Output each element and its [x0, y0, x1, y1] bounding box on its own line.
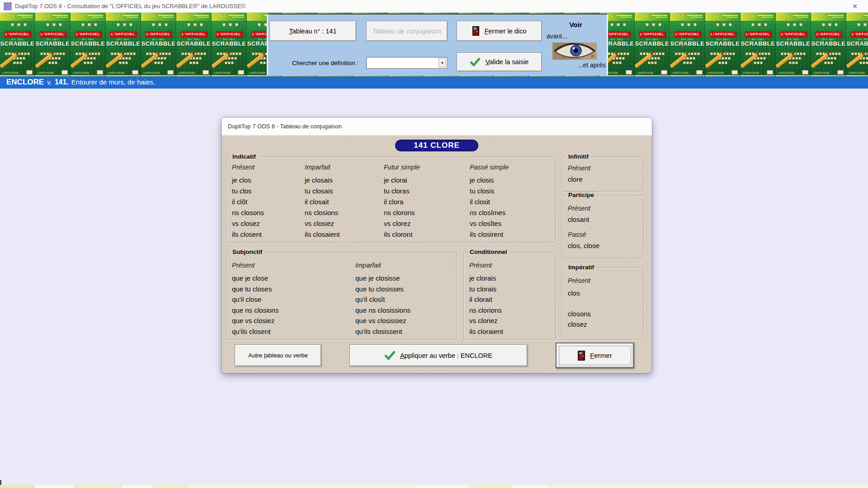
ods-band: ODS 8	[670, 13, 705, 21]
larousse-label: LAROUSSE	[2, 71, 19, 74]
definition-number: 141.	[55, 78, 69, 86]
definition-combo-input[interactable]	[368, 58, 438, 67]
check-icon	[385, 351, 395, 360]
conjugation-line: il clora	[384, 197, 420, 207]
conjugation-line: je clos	[232, 175, 264, 186]
scrabble-label: SCRABBLE	[776, 40, 811, 47]
ods-band: ODS 8	[176, 13, 211, 21]
pencil-graphic	[776, 53, 793, 68]
letter-tiles	[11, 23, 27, 26]
scrabble-label: SCRABBLE	[670, 40, 705, 47]
apply-verb-button[interactable]: Appliquer au verbe : ENCLORE	[349, 344, 528, 366]
app-icon	[4, 3, 11, 10]
conjugation-line: ns closons	[232, 207, 264, 218]
ods-label: ODS 8	[848, 14, 860, 18]
officiel-label: L'OFFICIEL	[110, 31, 137, 37]
officiel-label: L'OFFICIEL	[780, 31, 807, 37]
conjugation-line: clos	[568, 288, 591, 298]
pencil-graphic	[212, 53, 229, 68]
officiel-label: L'OFFICIEL	[745, 31, 771, 37]
conjugation-line: qu'ils closissent	[355, 326, 410, 337]
ods-band: ODS 8	[705, 13, 740, 21]
close-dico-button[interactable]: Fermer le dico	[457, 21, 542, 41]
conjugation-line: ns closions	[305, 207, 340, 218]
officiel-label: L'OFFICIEL	[709, 31, 736, 37]
ods-band: ODS 8	[141, 13, 176, 21]
tense-header: Imparfait	[355, 262, 410, 269]
conjugation-line: ils cloraient	[469, 326, 503, 337]
tile-row	[71, 57, 105, 60]
letter-tiles	[751, 23, 767, 26]
larousse-label: LAROUSSE	[743, 71, 760, 74]
publisher-logo	[626, 70, 632, 75]
letter-tiles	[152, 23, 168, 26]
conjugation-line: ils cloront	[384, 229, 420, 240]
ods-label: ODS 8	[707, 14, 719, 18]
chevron-down-icon: ▼	[441, 61, 444, 65]
scrabble-label: SCRABBLE	[635, 40, 670, 47]
pencil-graphic	[635, 53, 652, 68]
scrabble-label: SCRABBLE	[71, 40, 105, 47]
tile-row	[705, 57, 740, 60]
conjugation-list: clos closonsclosez	[568, 288, 591, 329]
verb-badge: 141 CLORE	[395, 140, 478, 151]
ods-band: ODS 8	[741, 13, 775, 21]
conjugation-line: que vs closissiez	[355, 315, 410, 326]
close-dialog-button[interactable]: Fermer	[556, 343, 634, 368]
pencil-graphic	[741, 53, 758, 68]
ods-label: ODS 8	[637, 14, 649, 18]
ods-label: ODS 8	[249, 14, 261, 18]
conjugation-line: il closit	[470, 197, 509, 207]
conjugation-line: vs closîtes	[470, 218, 509, 229]
conjugation-line: ns closîmes	[470, 207, 509, 218]
officiel-label: L'OFFICIEL	[639, 31, 665, 37]
conjugation-line: vs clorez	[384, 218, 420, 229]
tile-row	[176, 57, 211, 60]
tile-row	[811, 57, 846, 60]
conjugation-line: clore	[568, 175, 583, 183]
larousse-label: LAROUSSE	[179, 71, 195, 74]
conjugation-dialog: DupliTop 7 ODS 8 - Tableau de conjugaiso…	[222, 117, 652, 373]
scrabble-book-cover: ODS 8 L'OFFICIEL DU JEU SCRABBLE LAROUSS…	[811, 13, 846, 76]
ods-label: ODS 8	[143, 14, 155, 18]
officiel-label: L'OFFICIEL	[39, 31, 66, 37]
conjugation-line: que ns closions	[232, 305, 278, 316]
combo-dropdown-button[interactable]: ▼	[439, 58, 446, 67]
ods-label: ODS 8	[742, 14, 755, 18]
publisher-logo	[767, 70, 773, 75]
scrabble-label: SCRABBLE	[846, 40, 868, 47]
conjugation-line: que ns closissions	[355, 305, 410, 316]
definition-combobox[interactable]: ▼	[366, 57, 448, 69]
tableau-number-button[interactable]: Tableau n° : 141	[269, 21, 356, 41]
larousse-label: LAROUSSE	[108, 71, 125, 74]
window-close-button[interactable]: ✕	[848, 0, 862, 13]
scrabble-book-cover: ODS 8 L'OFFICIEL DU JEU SCRABBLE LAROUSS…	[846, 13, 868, 76]
larousse-label: LAROUSSE	[214, 71, 231, 74]
conjugation-line: ns clorions	[469, 305, 503, 316]
officiel-label: L'OFFICIEL	[145, 31, 172, 37]
scrabble-label: SCRABBLE	[741, 40, 775, 47]
pencil-graphic	[811, 53, 829, 68]
scrabble-label: SCRABBLE	[705, 40, 740, 47]
letter-tiles	[646, 23, 661, 26]
groupbox-label: Conditionnel	[468, 249, 509, 255]
publisher-logo	[97, 70, 103, 75]
ods-band: ODS 8	[776, 13, 811, 21]
conjugation-line: closons	[568, 309, 591, 319]
voir-block: Voir avant... ...et après	[545, 14, 607, 75]
ods-label: ODS 8	[778, 14, 790, 18]
publisher-logo	[26, 70, 33, 75]
control-panel: Tableau n° : 141 Tableau de conjugaison …	[267, 14, 608, 75]
ods-label: ODS 8	[108, 14, 120, 18]
conjugation-line: il clorait	[469, 294, 503, 305]
conjugation-list: je cloraistu cloraisil cloraitns clorion…	[469, 273, 503, 337]
ods-label: ODS 8	[178, 14, 190, 18]
groupbox-label: Impératif	[566, 264, 596, 271]
validate-entry-button[interactable]: Valide la saisie	[457, 52, 542, 71]
conjugation-line: closant	[568, 216, 590, 223]
conjugation-line: je clorais	[469, 273, 503, 284]
eye-image[interactable]	[552, 42, 597, 60]
other-table-button[interactable]: Autre tableau ou verbe	[235, 344, 321, 366]
scrabble-label: SCRABBLE	[212, 40, 246, 47]
groupbox-label: Infinitif	[566, 153, 590, 160]
